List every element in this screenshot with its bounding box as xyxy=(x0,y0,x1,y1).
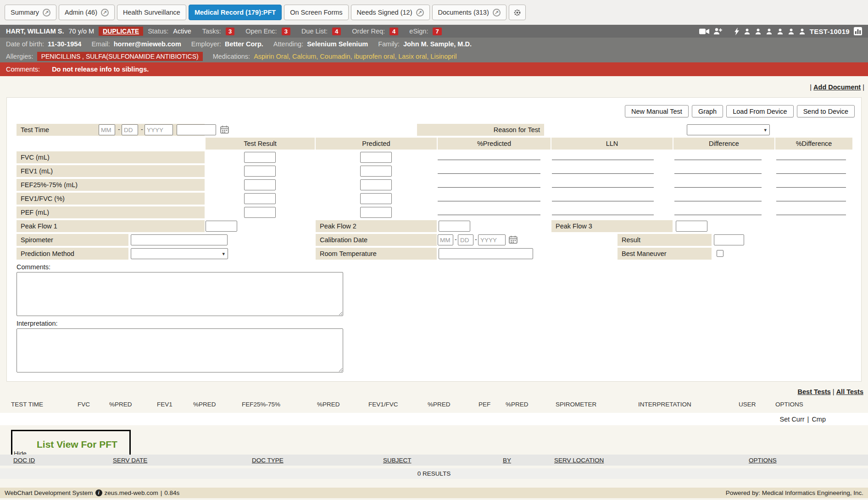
add-document-link[interactable]: Add Document xyxy=(813,83,861,91)
calendar-icon[interactable] xyxy=(509,235,517,244)
serv-date-sort-link[interactable]: SERV DATE xyxy=(113,457,147,464)
graph-button[interactable]: Graph xyxy=(692,105,723,117)
calibration-day-input[interactable] xyxy=(458,234,473,245)
popout-icon[interactable]: ↗ xyxy=(416,9,424,17)
person-icon[interactable] xyxy=(755,28,762,35)
duplicate-flag[interactable]: DUPLICATE xyxy=(99,27,143,36)
by-sort-link[interactable]: BY xyxy=(503,457,511,464)
lightning-bolt-icon[interactable] xyxy=(734,28,740,35)
room-temperature-label: Room Temperature xyxy=(316,248,437,260)
doc-id-sort-link[interactable]: DOC ID xyxy=(13,457,35,464)
fef-lln-line xyxy=(552,181,654,188)
result-input[interactable] xyxy=(714,234,744,245)
options-sort-link[interactable]: OPTIONS xyxy=(749,457,777,464)
medications-list[interactable]: Aspirin Oral, Calcium, Coumadin, ibuprof… xyxy=(254,53,456,60)
add-person-icon[interactable] xyxy=(713,28,722,35)
cmp-link[interactable]: Cmp xyxy=(812,416,826,423)
date-separator: - xyxy=(455,236,457,243)
calibration-month-input[interactable] xyxy=(438,234,453,245)
set-curr-link[interactable]: Set Curr xyxy=(780,416,805,423)
prediction-method-select[interactable]: ▾ xyxy=(131,248,228,259)
pef-pct-difference-line xyxy=(776,209,846,215)
calibration-date-label: Calibration Date xyxy=(316,234,437,246)
fev1-test-result-input[interactable] xyxy=(244,166,276,177)
room-temperature-input[interactable] xyxy=(439,248,533,259)
esign-count-badge[interactable]: 7 xyxy=(433,28,441,35)
fef-test-result-input[interactable] xyxy=(244,179,276,190)
fvc-difference-line xyxy=(674,154,762,160)
tab-on-screen-forms[interactable]: On Screen Forms xyxy=(284,5,348,20)
tab-bar: Summary ↗ Admin (46) ↗ Health Surveillan… xyxy=(0,0,868,25)
current-test-row: Set Curr | Cmp xyxy=(0,413,868,425)
tab-documents[interactable]: Documents (313) ↗ xyxy=(432,5,506,20)
tab-label: Summary xyxy=(11,9,39,16)
tab-medical-record[interactable]: Medical Record (179):PFT xyxy=(189,5,282,20)
due-list-label: Due List: xyxy=(301,28,328,35)
peak-flow-2-input[interactable] xyxy=(439,221,470,232)
new-manual-test-button[interactable]: New Manual Test xyxy=(625,105,689,117)
tab-label: Admin (46) xyxy=(65,9,97,16)
col-fev1: FEV1 xyxy=(157,401,193,408)
order-req-count-badge[interactable]: 4 xyxy=(389,28,398,35)
chart-icon[interactable] xyxy=(854,27,862,35)
person-icon[interactable] xyxy=(788,28,795,35)
person-icon[interactable] xyxy=(777,28,784,35)
footer-host: zeus.med-web.com xyxy=(105,489,158,496)
due-list-count-badge[interactable]: 4 xyxy=(332,28,341,35)
calibration-year-input[interactable] xyxy=(478,234,506,245)
fvc-test-result-input[interactable] xyxy=(244,152,276,163)
open-enc-count-badge[interactable]: 3 xyxy=(282,28,290,35)
tab-needs-signed[interactable]: Needs Signed (12) ↗ xyxy=(351,5,430,20)
pef-predicted-input[interactable] xyxy=(360,207,392,218)
email-value[interactable]: horner@mieweb.com xyxy=(114,40,181,48)
all-tests-link[interactable]: All Tests xyxy=(836,388,863,395)
results-count-row: 0 RESULTS xyxy=(0,468,868,479)
fvc-predicted-input[interactable] xyxy=(360,152,392,163)
tab-admin[interactable]: Admin (46) ↗ xyxy=(59,5,115,20)
interpretation-textarea[interactable] xyxy=(17,328,343,372)
serv-location-sort-link[interactable]: SERV LOCATION xyxy=(554,457,604,464)
fev1-fvc-difference-line xyxy=(674,195,762,201)
person-icon[interactable] xyxy=(799,28,806,35)
send-to-device-button[interactable]: Send to Device xyxy=(797,105,855,117)
patient-age-sex: 70 y/o M xyxy=(68,28,94,35)
person-icon[interactable] xyxy=(766,28,773,35)
video-camera-icon[interactable] xyxy=(699,28,709,35)
spirometer-input[interactable] xyxy=(131,234,228,245)
best-tests-link[interactable]: Best Tests xyxy=(798,388,831,395)
tab-summary[interactable]: Summary ↗ xyxy=(5,5,56,20)
subject-sort-link[interactable]: SUBJECT xyxy=(383,457,412,464)
comments-textarea[interactable] xyxy=(17,272,343,316)
fev1-pct-difference-line xyxy=(776,167,846,174)
popout-icon[interactable]: ↗ xyxy=(101,9,109,17)
test-time-time-input[interactable] xyxy=(177,124,216,135)
test-time-month-input[interactable] xyxy=(99,124,115,135)
allergy-chip[interactable]: PENICILLINS , SULFA(SULFONAMIDE ANTIBIOT… xyxy=(37,52,203,61)
person-icon[interactable] xyxy=(744,28,751,35)
info-icon[interactable]: i xyxy=(95,489,102,496)
reason-for-test-select[interactable]: ▾ xyxy=(687,124,770,135)
fev1-fvc-predicted-input[interactable] xyxy=(360,193,392,204)
peak-flow-3-input[interactable] xyxy=(676,221,707,232)
fev1-fvc-lln-line xyxy=(552,195,654,201)
test-time-day-input[interactable] xyxy=(122,124,138,135)
col-pred-1: %PRED xyxy=(109,401,157,408)
popout-icon[interactable]: ↗ xyxy=(493,9,501,17)
popout-icon[interactable]: ↗ xyxy=(43,9,50,17)
load-from-device-button[interactable]: Load From Device xyxy=(726,105,793,117)
pef-test-result-input[interactable] xyxy=(244,207,276,218)
status-value: Active xyxy=(173,28,191,35)
fev1-fvc-test-result-input[interactable] xyxy=(244,193,276,204)
fev1-predicted-input[interactable] xyxy=(360,166,392,177)
tab-health-surveillance[interactable]: Health Surveillance xyxy=(117,5,186,20)
best-maneuver-checkbox[interactable] xyxy=(717,250,723,257)
doc-type-sort-link[interactable]: DOC TYPE xyxy=(252,457,284,464)
tasks-count-badge[interactable]: 3 xyxy=(226,28,234,35)
calendar-icon[interactable] xyxy=(220,125,229,134)
peak-flow-1-input[interactable] xyxy=(206,221,237,232)
col-test-time: TEST TIME xyxy=(11,401,78,408)
settings-tab[interactable] xyxy=(509,5,526,20)
fef-predicted-input[interactable] xyxy=(360,179,392,190)
test-time-year-input[interactable] xyxy=(145,124,173,135)
patient-header-row: HART, WILLIAM S. 70 y/o M DUPLICATE Stat… xyxy=(0,25,868,38)
